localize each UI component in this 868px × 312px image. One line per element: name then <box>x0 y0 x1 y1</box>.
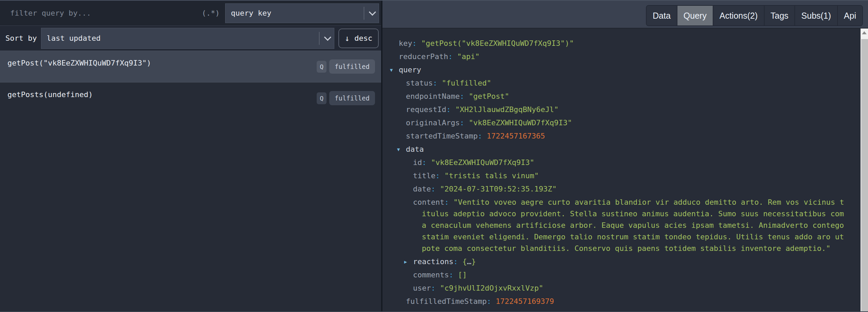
string-value: "c9jhvUlI2dOjxvRxxlVzp" <box>440 284 543 292</box>
tree-colon: : <box>448 52 453 61</box>
scrollbar-thumb[interactable] <box>861 39 868 311</box>
tree-node-label[interactable]: data <box>406 145 424 153</box>
tree-key: id <box>413 158 422 167</box>
tree-row: date: "2024-07-31T09:52:35.193Z" <box>382 183 847 195</box>
tree-row: reducerPath: "api" <box>382 51 847 62</box>
tree-row: content: "Ventito voveo aegre curto avar… <box>382 197 847 254</box>
object-preview-brace: { <box>462 257 467 266</box>
tree-row: fulfilledTimeStamp: 1722457169379 <box>382 296 847 307</box>
expander-collapse-icon[interactable]: ▼ <box>390 64 399 76</box>
scroll-up-arrow-icon <box>862 31 867 34</box>
tabs-header: DataQueryActions(2)TagsSubs(1)Api <box>382 1 868 29</box>
status-badge: fulfilled <box>329 91 375 105</box>
string-value: "vk8EeZXWHIQuWD7fXq9I3" <box>469 118 572 127</box>
empty-array-value: [] <box>458 271 467 279</box>
tree-colon: : <box>478 132 482 140</box>
tree-colon: : <box>460 118 464 127</box>
tree-key: reducerPath <box>399 52 448 61</box>
select-divider <box>319 32 319 45</box>
string-value: "Ventito voveo aegre curto avaritia blan… <box>422 198 844 253</box>
tree-colon: : <box>431 185 435 193</box>
object-preview-ellipsis: … <box>467 257 471 266</box>
tree-node-label[interactable]: query <box>399 66 421 74</box>
tree-node-label[interactable]: reactions <box>413 257 453 266</box>
string-value: "fulfilled" <box>442 79 491 87</box>
tree-row: startedTimeStamp: 1722457167365 <box>382 130 847 142</box>
number-value: 1722457167365 <box>487 132 545 140</box>
tree-key: key <box>399 39 412 48</box>
tree-key: requestId <box>406 105 446 114</box>
tree-colon: : <box>460 92 464 100</box>
tab-api[interactable]: Api <box>838 6 862 25</box>
filter-field-select-value: query key <box>231 9 360 17</box>
tree-colon: : <box>446 105 451 114</box>
query-type-badge: Q <box>317 92 327 104</box>
scroll-up-button[interactable] <box>861 29 868 37</box>
tree-row: id: "vk8EeZXWHIQuWD7fXq9I3" <box>382 157 847 168</box>
chevron-down-icon <box>369 8 376 16</box>
query-list-item[interactable]: getPosts(undefined)Qfulfilled <box>0 82 381 114</box>
sort-field-select[interactable]: last updated <box>41 28 334 49</box>
tree-row: ▼data <box>382 144 847 155</box>
string-value: "XH2lJlauwdZBgqBNy6eJl" <box>455 105 559 114</box>
tree-key: title <box>413 171 435 180</box>
filter-field-select[interactable]: query key <box>225 3 379 23</box>
filter-query-input[interactable] <box>10 9 199 17</box>
query-list-item[interactable]: getPost("vk8EeZXWHIQuWD7fXq9I3")Qfulfill… <box>0 51 381 82</box>
badge-group: Qfulfilled <box>317 59 375 74</box>
tree-row: endpointName: "getPost" <box>382 91 847 102</box>
state-tree-wrap: key: "getPost("vk8EeZXWHIQuWD7fXq9I3")"r… <box>382 29 868 311</box>
tab-bar: DataQueryActions(2)TagsSubs(1)Api <box>646 5 863 26</box>
arrow-down-icon: ↓ <box>345 34 350 42</box>
query-list: getPost("vk8EeZXWHIQuWD7fXq9I3")Qfulfill… <box>0 51 381 311</box>
tree-key: originalArgs <box>406 118 460 127</box>
tab-tags[interactable]: Tags <box>765 6 795 25</box>
tree-colon: : <box>431 284 435 292</box>
tree-key: comments <box>413 271 449 279</box>
tree-row: ▶reactions: {…} <box>382 256 847 268</box>
tree-key: endpointName <box>406 92 460 100</box>
tree-key: user <box>413 284 431 292</box>
tree-colon: : <box>412 39 417 48</box>
tab-query[interactable]: Query <box>677 6 713 25</box>
number-value: 1722457169379 <box>496 297 554 306</box>
sort-field-select-value: last updated <box>47 34 316 42</box>
scrollbar[interactable] <box>861 29 868 311</box>
string-value: "getPost("vk8EeZXWHIQuWD7fXq9I3")" <box>421 39 574 48</box>
tree-key: content <box>413 198 445 206</box>
tree-colon: : <box>487 297 491 306</box>
badge-group: Qfulfilled <box>317 91 375 105</box>
tree-key: status <box>406 79 433 87</box>
query-detail-panel: DataQueryActions(2)TagsSubs(1)Api key: "… <box>382 1 868 311</box>
status-badge: fulfilled <box>329 59 375 74</box>
tree-key: date <box>413 185 431 193</box>
tree-colon: : <box>453 257 458 266</box>
tree-row: key: "getPost("vk8EeZXWHIQuWD7fXq9I3")" <box>382 38 847 49</box>
expander-collapse-icon[interactable]: ▼ <box>397 144 406 155</box>
tree-key: fulfilledTimeStamp <box>406 297 487 306</box>
tree-colon: : <box>433 79 437 87</box>
tree-row: title: "tristis talis vinum" <box>382 170 847 182</box>
tree-row: ▼query <box>382 64 847 76</box>
chevron-down-icon <box>324 34 331 41</box>
tree-row: status: "fulfilled" <box>382 77 847 89</box>
regex-toggle-button[interactable]: (.*) <box>202 9 220 17</box>
tab-data[interactable]: Data <box>647 6 677 25</box>
string-value: "getPost" <box>469 92 509 100</box>
tree-row: originalArgs: "vk8EeZXWHIQuWD7fXq9I3" <box>382 117 847 129</box>
tab-subs1[interactable]: Subs(1) <box>795 6 838 25</box>
tab-actions2[interactable]: Actions(2) <box>713 6 765 25</box>
tree-key: startedTimeStamp <box>406 132 478 140</box>
query-type-badge: Q <box>317 61 327 73</box>
string-value: "vk8EeZXWHIQuWD7fXq9I3" <box>431 158 534 167</box>
tree-colon: : <box>435 171 440 180</box>
sort-direction-button[interactable]: ↓ desc <box>338 29 379 48</box>
sort-bar: Sort by last updated ↓ desc <box>0 26 381 51</box>
string-value: "tristis talis vinum" <box>445 171 539 180</box>
expander-expand-icon[interactable]: ▶ <box>404 256 413 268</box>
tree-row: user: "c9jhvUlI2dOjxvRxxlVzp" <box>382 282 847 294</box>
tree-row: requestId: "XH2lJlauwdZBgqBNy6eJl" <box>382 104 847 115</box>
string-value: "api" <box>457 52 479 61</box>
rtk-query-devtools: (.*) query key Sort by last updated ↓ de… <box>0 0 868 312</box>
query-list-panel: (.*) query key Sort by last updated ↓ de… <box>0 1 382 311</box>
